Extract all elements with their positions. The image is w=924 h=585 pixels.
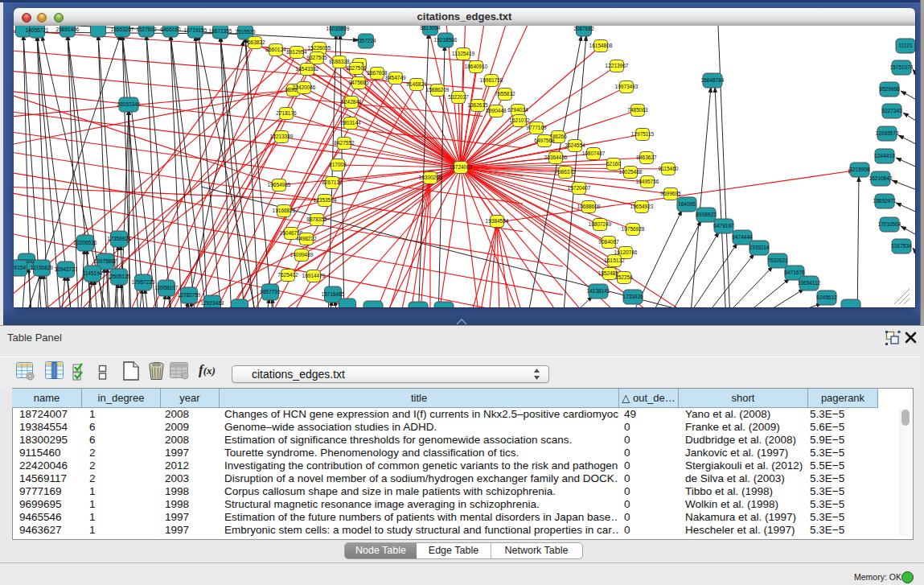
svg-text:10654112: 10654112: [798, 280, 821, 286]
svg-text:9474444: 9474444: [732, 234, 753, 240]
svg-text:3624554: 3624554: [565, 142, 585, 148]
svg-text:28053346: 28053346: [117, 101, 141, 107]
svg-text:1527602: 1527602: [136, 27, 157, 32]
svg-text:16033809: 16033809: [326, 26, 350, 31]
svg-text:10973493: 10973493: [615, 84, 639, 89]
svg-text:19384554: 19384554: [486, 218, 509, 224]
svg-text:2803144: 2803144: [340, 120, 361, 126]
svg-text:18640910: 18640910: [465, 64, 488, 69]
svg-text:15886209: 15886209: [426, 87, 450, 93]
svg-text:9115460: 9115460: [659, 166, 679, 171]
svg-text:164095: 164095: [678, 201, 696, 207]
svg-text:1362615: 1362615: [467, 102, 488, 108]
svg-text:18807249: 18807249: [589, 221, 612, 227]
svg-text:2935114: 2935114: [749, 245, 770, 250]
svg-text:9242848: 9242848: [341, 99, 362, 105]
svg-text:1733426: 1733426: [622, 294, 643, 299]
svg-text:8660124: 8660124: [265, 47, 286, 52]
svg-text:19218566: 19218566: [434, 37, 458, 43]
svg-text:1615132: 1615132: [604, 257, 625, 263]
svg-text:39154: 39154: [14, 265, 26, 270]
svg-text:10719155: 10719155: [184, 27, 207, 33]
svg-text:15720407: 15720407: [568, 185, 591, 191]
svg-text:19654923: 19654923: [630, 204, 654, 209]
svg-text:7955812: 7955812: [495, 91, 515, 97]
svg-text:7632621: 7632621: [767, 257, 788, 263]
svg-text:18724007: 18724007: [450, 164, 473, 170]
svg-text:11325419: 11325419: [452, 51, 475, 56]
svg-text:7663822: 7663822: [244, 39, 265, 45]
svg-text:9857791: 9857791: [260, 289, 281, 295]
svg-text:16782759: 16782759: [178, 292, 201, 298]
svg-text:10688609: 10688609: [577, 204, 601, 209]
svg-text:12353594: 12353594: [314, 197, 337, 203]
svg-text:9245612: 9245612: [816, 295, 837, 300]
svg-text:19166825: 19166825: [273, 208, 296, 213]
svg-text:252254: 252254: [615, 274, 633, 280]
svg-text:8267130: 8267130: [322, 179, 343, 185]
svg-text:8186328: 8186328: [329, 59, 350, 64]
svg-text:16154808: 16154808: [589, 43, 613, 48]
svg-text:15716485: 15716485: [322, 291, 345, 297]
svg-text:2867608: 2867608: [367, 70, 388, 76]
svg-text:9146821: 9146821: [406, 81, 427, 87]
svg-text:6479197: 6479197: [713, 223, 734, 229]
svg-text:1167534: 1167534: [892, 243, 912, 249]
svg-text:6466160: 6466160: [160, 27, 181, 32]
svg-text:9227343: 9227343: [881, 108, 902, 113]
svg-text:7357224: 7357224: [355, 38, 376, 43]
svg-text:8938923: 8938923: [696, 212, 717, 217]
svg-text:12942737: 12942737: [55, 266, 78, 272]
svg-text:3475685: 3475685: [348, 80, 369, 85]
svg-text:16648784: 16648784: [701, 77, 725, 83]
svg-text:17359924: 17359924: [108, 236, 131, 241]
svg-text:2718176: 2718176: [276, 110, 297, 116]
svg-text:8878352: 8878352: [306, 216, 327, 222]
svg-text:9084067: 9084067: [598, 239, 619, 245]
svg-text:16543382: 16543382: [296, 66, 319, 72]
svg-text:20206536: 20206536: [74, 240, 97, 245]
svg-text:14138141: 14138141: [587, 288, 610, 294]
svg-text:8813054: 8813054: [420, 26, 441, 31]
svg-text:6794024: 6794024: [507, 107, 528, 113]
svg-text:10807487: 10807487: [582, 150, 606, 156]
svg-text:3215958: 3215958: [849, 167, 870, 172]
svg-text:12213967: 12213967: [606, 63, 629, 68]
svg-text:16671355: 16671355: [209, 28, 232, 34]
svg-text:16210643: 16210643: [869, 175, 893, 181]
svg-text:15751074: 15751074: [890, 64, 914, 70]
svg-text:17010504: 17010504: [878, 221, 901, 227]
svg-text:11156829: 11156829: [31, 265, 53, 270]
svg-text:16961758: 16961758: [480, 77, 503, 83]
svg-text:9529966: 9529966: [879, 86, 900, 92]
svg-text:20364436: 20364436: [544, 154, 568, 160]
svg-text:14099489: 14099489: [290, 252, 314, 257]
svg-text:10756928: 10756928: [622, 226, 645, 232]
svg-text:11121: 11121: [898, 43, 912, 48]
svg-text:1244419: 1244419: [874, 153, 895, 159]
svg-text:62160: 62160: [606, 161, 621, 167]
svg-text:7986372: 7986372: [555, 169, 576, 175]
svg-text:15226055: 15226055: [308, 45, 331, 51]
svg-text:7485063: 7485063: [627, 107, 648, 113]
svg-text:9327505: 9327505: [306, 55, 327, 60]
svg-text:12923488: 12923488: [201, 300, 224, 306]
svg-text:8990448: 8990448: [486, 108, 507, 113]
svg-text:4498222: 4498222: [296, 236, 317, 241]
svg-text:9699695: 9699695: [660, 191, 681, 196]
svg-text:22420046: 22420046: [293, 84, 316, 90]
svg-text:20691406: 20691406: [56, 27, 80, 32]
svg-text:7515526: 7515526: [235, 29, 256, 35]
svg-text:10975867: 10975867: [94, 258, 117, 264]
svg-text:8427552: 8427552: [334, 140, 355, 146]
svg-text:6497568: 6497568: [534, 138, 555, 143]
svg-text:16914479: 16914479: [302, 273, 326, 278]
svg-text:15692971: 15692971: [873, 198, 897, 204]
svg-text:9327508: 9327508: [346, 65, 367, 71]
svg-text:12213389: 12213389: [270, 134, 294, 139]
svg-text:16553267: 16553267: [111, 27, 134, 32]
svg-text:8912954: 8912954: [286, 49, 307, 55]
svg-text:9777169: 9777169: [526, 125, 547, 130]
svg-text:2087682: 2087682: [573, 26, 594, 31]
svg-text:5322037: 5322037: [448, 94, 469, 100]
